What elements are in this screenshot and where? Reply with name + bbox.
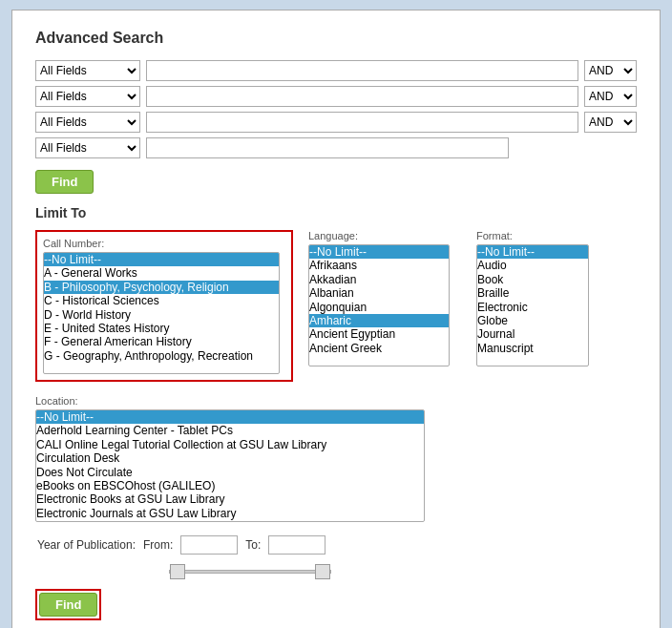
search-row-2: All FieldsTitleAuthorSubject ANDORNOT xyxy=(35,86,637,107)
year-slider-container xyxy=(35,570,637,574)
search-input-1[interactable] xyxy=(146,60,578,81)
limit-to-title: Limit To xyxy=(35,205,637,220)
location-section: Location: --No Limit-- Aderhold Learning… xyxy=(35,395,637,522)
advanced-search-container: Advanced Search All FieldsTitleAuthorSub… xyxy=(11,10,661,628)
language-box: Language: --No Limit-- Afrikaans Akkadia… xyxy=(308,230,461,382)
search-input-4[interactable] xyxy=(146,137,509,158)
location-label: Location: xyxy=(35,395,637,407)
operator-select-3[interactable]: ANDORNOT xyxy=(584,112,637,133)
format-box: Format: --No Limit-- Audio Book Braille … xyxy=(476,230,600,382)
location-select[interactable]: --No Limit-- Aderhold Learning Center - … xyxy=(35,409,425,522)
slider-thumb-left[interactable] xyxy=(170,564,185,579)
slider-thumb-right[interactable] xyxy=(315,564,330,579)
field-select-4[interactable]: All FieldsTitleAuthorSubject xyxy=(35,137,140,158)
to-label: To: xyxy=(245,538,261,552)
field-select-1[interactable]: All FieldsTitleAuthorSubject xyxy=(35,60,140,81)
year-section: Year of Publication: From: To: xyxy=(35,535,637,555)
field-select-2[interactable]: All FieldsTitleAuthorSubject xyxy=(35,86,140,107)
call-number-select[interactable]: --No Limit-- A - General Works B - Philo… xyxy=(43,252,280,374)
operator-select-2[interactable]: ANDORNOT xyxy=(584,86,637,107)
search-input-2[interactable] xyxy=(146,86,578,107)
call-number-label: Call Number: xyxy=(43,238,285,249)
year-slider-track xyxy=(169,570,331,574)
search-row-3: All FieldsTitleAuthorSubject ANDORNOT xyxy=(35,112,637,133)
page-title: Advanced Search xyxy=(35,30,637,47)
search-input-3[interactable] xyxy=(146,112,578,133)
call-number-box: Call Number: --No Limit-- A - General Wo… xyxy=(35,230,293,382)
language-label: Language: xyxy=(308,230,461,241)
year-publication-label: Year of Publication: xyxy=(37,538,136,552)
find-button-bottom-wrapper: Find xyxy=(35,589,101,620)
language-select[interactable]: --No Limit-- Afrikaans Akkadian Albanian… xyxy=(308,244,450,366)
format-select[interactable]: --No Limit-- Audio Book Braille Electron… xyxy=(476,244,589,366)
field-select-3[interactable]: All FieldsTitleAuthorSubject xyxy=(35,112,140,133)
find-button-top[interactable]: Find xyxy=(35,170,94,194)
search-row-4: All FieldsTitleAuthorSubject xyxy=(35,137,637,158)
year-to-input[interactable] xyxy=(268,535,326,555)
search-rows: All FieldsTitleAuthorSubject ANDORNOT Al… xyxy=(35,60,637,158)
from-label: From: xyxy=(143,538,173,552)
find-button-bottom[interactable]: Find xyxy=(39,593,97,617)
limit-section: Call Number: --No Limit-- A - General Wo… xyxy=(35,230,637,382)
search-row-1: All FieldsTitleAuthorSubject ANDORNOT xyxy=(35,60,637,81)
operator-select-1[interactable]: ANDORNOT xyxy=(584,60,637,81)
year-from-input[interactable] xyxy=(180,535,238,555)
format-label: Format: xyxy=(476,230,600,241)
